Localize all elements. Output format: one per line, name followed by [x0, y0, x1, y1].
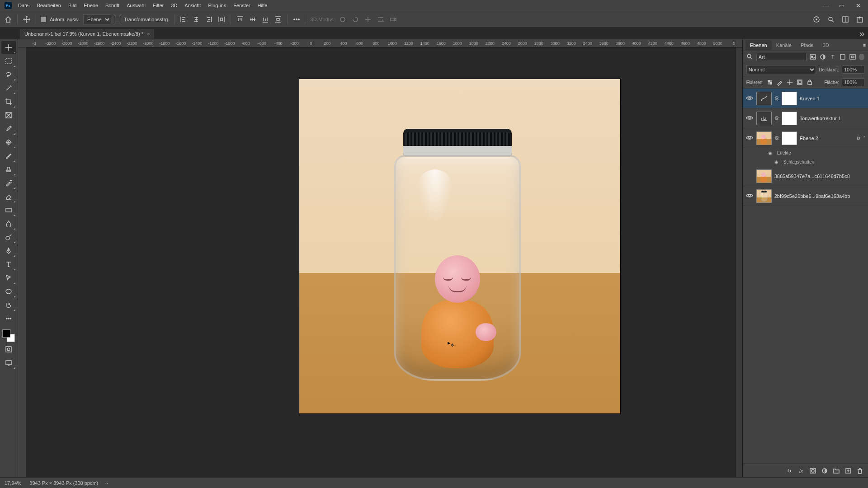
layer-visibility-toggle[interactable] — [745, 94, 754, 103]
status-chevron[interactable]: › — [106, 480, 108, 486]
auto-select-target[interactable]: Ebene — [83, 14, 111, 24]
window-maximize[interactable]: ▭ — [834, 0, 850, 11]
window-minimize[interactable]: — — [817, 0, 834, 11]
transform-controls-checkbox[interactable] — [115, 17, 120, 22]
document-tab-close[interactable]: × — [147, 31, 150, 37]
blend-mode-select[interactable]: Normal — [746, 65, 816, 74]
lock-artboard-icon[interactable] — [796, 79, 803, 86]
menu-filter[interactable]: Filter — [149, 1, 167, 10]
menu-bild[interactable]: Bild — [65, 1, 80, 10]
window-close[interactable]: ✕ — [850, 0, 866, 11]
adjustment-layer-icon[interactable] — [821, 467, 828, 474]
fx-indicator[interactable]: fx ⌃ — [857, 136, 865, 141]
layer-row[interactable]: 3865a59347e7a...c611646d7b5c8 — [743, 166, 868, 186]
more-align-icon[interactable] — [292, 15, 301, 24]
align-bottom-icon[interactable] — [261, 15, 270, 24]
layer-row[interactable]: ⛓Kurven 1 — [743, 89, 868, 108]
fx-dropshadow-line[interactable]: ◉Schlagschatten — [743, 157, 868, 166]
distribute-v-icon[interactable] — [274, 15, 283, 24]
layer-thumb[interactable] — [756, 189, 772, 203]
align-center-h-icon[interactable] — [192, 15, 201, 24]
lock-position-icon[interactable] — [786, 79, 793, 86]
align-top-icon[interactable] — [236, 15, 245, 24]
layer-style-icon[interactable]: fx — [797, 467, 805, 474]
mask-thumb[interactable] — [782, 92, 797, 105]
layer-row[interactable]: ⛓Ebene 2fx ⌃ — [743, 128, 868, 148]
fx-effects-line[interactable]: ◉Effekte — [743, 148, 868, 157]
menu-plug-ins[interactable]: Plug-ins — [204, 1, 230, 10]
new-layer-icon[interactable] — [844, 467, 852, 474]
mask-thumb[interactable] — [782, 112, 797, 125]
menu-schrift[interactable]: Schrift — [102, 1, 123, 10]
wand-tool[interactable] — [1, 82, 16, 94]
layer-mask-icon[interactable] — [809, 467, 816, 474]
dodge-tool[interactable] — [1, 231, 16, 244]
tab-3d[interactable]: 3D — [818, 40, 834, 50]
align-right-icon[interactable] — [204, 15, 213, 24]
menu-datei[interactable]: Datei — [14, 1, 33, 10]
more-tools[interactable] — [1, 312, 16, 325]
blur-tool[interactable] — [1, 217, 16, 230]
healing-tool[interactable] — [1, 136, 16, 149]
menu-hilfe[interactable]: Hilfe — [254, 1, 271, 10]
lasso-tool[interactable] — [1, 68, 16, 81]
tab-layers[interactable]: Ebenen — [745, 40, 772, 50]
layer-row[interactable]: 2bf99c5e26bbe6...9baf6e163a4bb — [743, 186, 868, 206]
document-canvas[interactable]: ▸✥ — [299, 79, 620, 413]
layer-link-icon[interactable]: ⛓ — [774, 136, 779, 141]
layer-name[interactable]: 3865a59347e7a...c611646d7b5c8 — [774, 174, 865, 179]
filter-type-icon[interactable]: T — [829, 53, 836, 61]
screenmode-tool[interactable] — [1, 357, 16, 369]
fx-visibility[interactable]: ◉ — [768, 150, 774, 155]
filter-shape-icon[interactable] — [839, 53, 846, 61]
fill-input[interactable] — [842, 78, 864, 86]
gradient-tool[interactable] — [1, 204, 16, 216]
menu-auswahl[interactable]: Auswahl — [123, 1, 149, 10]
lock-pixels-icon[interactable] — [766, 79, 774, 86]
fx-visibility[interactable]: ◉ — [774, 160, 781, 164]
link-layers-icon[interactable] — [786, 467, 793, 474]
layer-row[interactable]: ⛓Tonwertkorrektur 1 — [743, 108, 868, 128]
eyedropper-tool[interactable] — [1, 122, 16, 135]
layer-name[interactable]: Tonwertkorrektur 1 — [800, 116, 865, 121]
layer-visibility-toggle[interactable] — [745, 114, 754, 122]
color-swatch[interactable] — [2, 329, 15, 342]
shape-tool[interactable] — [1, 285, 16, 298]
panel-menu-icon[interactable]: ≡ — [861, 42, 868, 49]
filter-image-icon[interactable] — [809, 53, 816, 61]
move-tool[interactable] — [1, 41, 16, 54]
workspace-icon[interactable] — [841, 15, 850, 24]
opacity-input[interactable] — [842, 66, 864, 74]
status-docinfo[interactable]: 3943 Px × 3943 Px (300 ppcm) — [29, 480, 98, 486]
filter-toggle[interactable] — [859, 54, 864, 60]
share-icon[interactable] — [855, 15, 864, 24]
canvas-area[interactable]: ▸✥ — [26, 47, 735, 477]
search-icon[interactable] — [826, 15, 835, 24]
stamp-tool[interactable] — [1, 163, 16, 176]
vertical-scrollbar[interactable] — [735, 47, 742, 477]
mask-thumb[interactable] — [782, 131, 797, 145]
collapse-panels-icon[interactable] — [858, 31, 865, 39]
align-center-v-icon[interactable] — [248, 15, 257, 24]
crop-tool[interactable] — [1, 95, 16, 108]
lock-all-icon[interactable] — [806, 79, 813, 86]
layer-visibility-toggle[interactable] — [745, 134, 754, 142]
eraser-tool[interactable] — [1, 190, 16, 203]
layer-filter-input[interactable] — [756, 53, 807, 61]
hand-tool[interactable] — [1, 299, 16, 311]
layer-visibility-toggle[interactable] — [745, 192, 754, 200]
tab-channels[interactable]: Kanäle — [772, 40, 796, 50]
layer-thumb[interactable] — [756, 169, 772, 183]
filter-adjust-icon[interactable] — [819, 53, 826, 61]
distribute-h-icon[interactable] — [217, 15, 226, 24]
cloud-docs-icon[interactable] — [812, 15, 821, 24]
menu-3d[interactable]: 3D — [167, 1, 181, 10]
frame-tool[interactable] — [1, 109, 16, 122]
quickmask-tool[interactable] — [1, 343, 16, 356]
menu-ebene[interactable]: Ebene — [80, 1, 102, 10]
status-zoom[interactable]: 17,94% — [5, 480, 21, 486]
layer-thumb[interactable] — [756, 131, 772, 145]
group-icon[interactable] — [833, 467, 840, 474]
history-brush-tool[interactable] — [1, 177, 16, 189]
lock-paint-icon[interactable] — [776, 79, 783, 86]
